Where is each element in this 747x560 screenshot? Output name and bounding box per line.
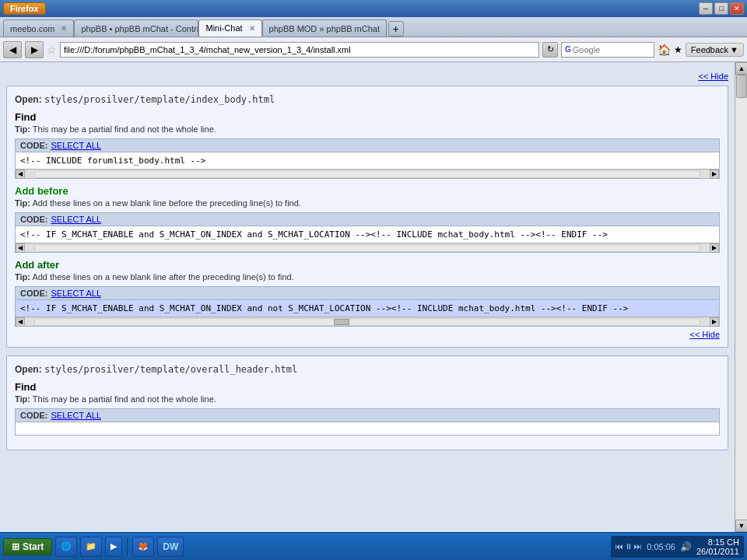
ie-icon: 🌐 [61, 541, 72, 551]
tab-bar: meebo.com ✕ phpBB • phpBB mChat - Contri… [0, 17, 747, 37]
title-bar-controls: ─ □ ✕ [699, 2, 744, 15]
code-content-1: <!-- INCLUDE forumlist_body.html --> [16, 152, 719, 169]
find-title-1: Find [15, 111, 720, 123]
home-button[interactable]: 🏠 [658, 44, 671, 56]
code-label-3: CODE: [20, 289, 47, 298]
start-label: Start [23, 541, 44, 552]
section-overall-header: Open: styles/prosilver/template/overall_… [6, 355, 728, 450]
select-all-link-1[interactable]: SELECT ALL [51, 141, 101, 150]
title-bar-left: Firefox [3, 2, 46, 15]
taskbar-app-firefox[interactable]: 🦊 [132, 537, 154, 557]
taskbar-app-folder[interactable]: 📁 [80, 537, 102, 557]
scroll-thumb-3[interactable] [334, 319, 349, 325]
find-code-block-1: CODE: SELECT ALL <!-- INCLUDE forumlist_… [15, 138, 720, 179]
add-before-block-1: Add before Tip: Add these lines on a new… [15, 185, 720, 253]
content-area: << Hide Open: styles/prosilver/template/… [0, 62, 735, 532]
address-input[interactable] [60, 42, 539, 58]
find-block-2: Find Tip: This may be a partial find and… [15, 381, 720, 436]
code-header-3: CODE: SELECT ALL [16, 287, 719, 300]
find-code-block-2: CODE: SELECT ALL [15, 408, 720, 436]
find-title-2: Find [15, 381, 720, 393]
top-hide-link[interactable]: << Hide [6, 72, 728, 81]
bookmark-button[interactable]: ★ [674, 44, 682, 55]
add-before-title-1: Add before [15, 185, 720, 197]
scroll-right-1[interactable]: ▶ [710, 170, 719, 179]
address-bar: ◀ ▶ ☆ ↻ G 🏠 ★ Feedback ▼ [0, 37, 747, 62]
scroll-left-2[interactable]: ◀ [16, 243, 25, 253]
tab-minichat[interactable]: Mini-Chat ✕ [198, 19, 261, 37]
tab-meebo[interactable]: meebo.com ✕ [3, 19, 74, 37]
scroll-thumb-right[interactable] [736, 75, 747, 98]
folder-icon: 📁 [86, 541, 96, 551]
code-label-2: CODE: [20, 215, 47, 224]
scroll-right-3[interactable]: ▶ [710, 317, 719, 327]
media-prev-button[interactable]: ⏮ [615, 542, 623, 551]
tab-label: phpBB MOD » phpBB mChat [269, 24, 380, 33]
volume-icon[interactable]: 🔊 [680, 541, 692, 552]
scroll-left-1[interactable]: ◀ [16, 170, 25, 179]
back-button[interactable]: ◀ [3, 41, 22, 58]
section-index-body: Open: styles/prosilver/template/index_bo… [6, 86, 728, 348]
feedback-button[interactable]: Feedback ▼ [686, 43, 744, 57]
scroll-up-button[interactable]: ▲ [735, 62, 747, 75]
code-label-1: CODE: [20, 141, 47, 150]
minimize-button[interactable]: ─ [699, 2, 713, 15]
scroll-track-3 [34, 318, 700, 326]
open-path-1: styles/prosilver/template/index_body.htm… [44, 94, 275, 105]
taskbar-clock-area: ⏮ ⏸ ⏭ 0:05:06 🔊 8:15 CH 26/01/2011 [611, 536, 744, 558]
tab-phpbb-mod[interactable]: phpBB MOD » phpBB mChat ✕ [262, 19, 387, 37]
open-label-1: Open: styles/prosilver/template/index_bo… [15, 94, 720, 105]
firefox-icon: 🦊 [138, 541, 149, 551]
taskbar-app-dw[interactable]: DW [157, 537, 184, 557]
select-all-link-2[interactable]: SELECT ALL [51, 215, 101, 224]
scroll-right-2[interactable]: ▶ [710, 243, 719, 253]
clock-display: 8:15 CH 26/01/2011 [696, 537, 739, 556]
tab-label: meebo.com [10, 24, 54, 33]
google-logo: G [565, 45, 571, 54]
feedback-dropdown-icon: ▼ [730, 45, 738, 54]
tab-close-icon[interactable]: ✕ [249, 24, 255, 33]
code-scrollbar-3: ◀ ▶ [16, 317, 719, 326]
find-tip-2: Tip: This may be a partial find and not … [15, 394, 720, 404]
add-after-tip-1: Tip: Add these lines on a new blank line… [15, 272, 720, 282]
tab-close-icon[interactable]: ✕ [386, 24, 387, 33]
find-block-1: Find Tip: This may be a partial find and… [15, 111, 720, 179]
scroll-down-button[interactable]: ▼ [735, 520, 747, 532]
bookmark-star-icon[interactable]: ☆ [47, 44, 57, 56]
add-after-code-block-1: CODE: SELECT ALL <!-- IF S_MCHAT_ENABLE … [15, 286, 720, 327]
forward-button[interactable]: ▶ [25, 41, 44, 58]
scroll-left-3[interactable]: ◀ [16, 317, 25, 327]
open-path-2: styles/prosilver/template/overall_header… [44, 364, 297, 375]
tab-close-icon[interactable]: ✕ [61, 24, 67, 33]
code-scrollbar-1: ◀ ▶ [16, 169, 719, 178]
media-play-button[interactable]: ⏸ [625, 542, 633, 551]
code-label-4: CODE: [20, 411, 47, 420]
feedback-label: Feedback [691, 45, 728, 54]
section1-hide-link[interactable]: << Hide [15, 330, 720, 339]
title-bar: Firefox ─ □ ✕ [0, 0, 747, 17]
media-next-button[interactable]: ⏭ [634, 542, 642, 551]
firefox-menu-button[interactable]: Firefox [3, 2, 46, 15]
select-all-link-4[interactable]: SELECT ALL [51, 411, 101, 420]
add-before-code-block-1: CODE: SELECT ALL <!-- IF S_MCHAT_ENABLE … [15, 212, 720, 253]
new-tab-button[interactable]: + [388, 21, 404, 37]
refresh-button[interactable]: ↻ [542, 42, 558, 58]
main-area: << Hide Open: styles/prosilver/template/… [0, 62, 747, 532]
clock-time: 8:15 CH [696, 537, 739, 547]
start-button[interactable]: ⊞ Start [3, 538, 52, 555]
code-header-2: CODE: SELECT ALL [16, 213, 719, 226]
search-input[interactable] [573, 45, 651, 54]
taskbar-app-ie[interactable]: 🌐 [55, 537, 77, 557]
tab-label: phpBB • phpBB mChat - Contrib... [81, 24, 198, 33]
search-box: G [561, 42, 654, 58]
media-time-display: 0:05:06 [647, 542, 675, 551]
start-icon: ⊞ [12, 541, 19, 552]
close-button[interactable]: ✕ [730, 2, 744, 15]
select-all-link-3[interactable]: SELECT ALL [51, 289, 101, 298]
maximize-button[interactable]: □ [714, 2, 728, 15]
media-icon: ▶ [110, 541, 117, 551]
dw-icon: DW [163, 541, 178, 552]
tab-phpbb-contrib[interactable]: phpBB • phpBB mChat - Contrib... ✕ [74, 19, 198, 37]
code-header-1: CODE: SELECT ALL [16, 139, 719, 152]
taskbar-app-media[interactable]: ▶ [105, 537, 122, 557]
